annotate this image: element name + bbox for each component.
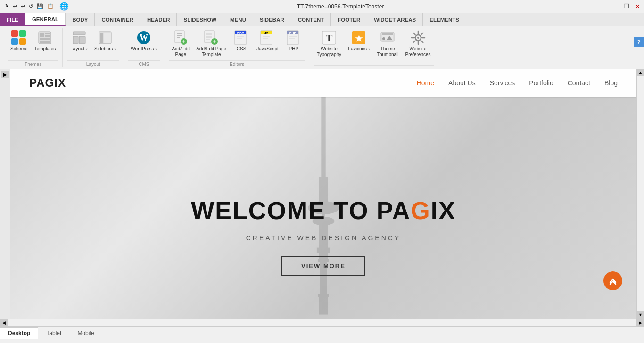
website-typography-button[interactable]: T WebsiteTypography — [314, 28, 344, 59]
tab-menu[interactable]: MENU — [223, 13, 253, 26]
svg-text:+: + — [182, 38, 186, 45]
minimize-button[interactable]: — — [612, 3, 618, 10]
tab-widget-areas[interactable]: WIDGET AREAS — [367, 13, 423, 26]
favicons-button[interactable]: ★ Favicons ▾ — [345, 28, 373, 54]
cms-group-label: CMS — [128, 60, 160, 67]
theme-thumbnail-label: ThemeThumbnail — [377, 46, 399, 57]
tab-header[interactable]: HEADER — [140, 13, 177, 26]
help-button[interactable]: ? — [634, 37, 644, 47]
hscroll-track[interactable] — [8, 319, 636, 326]
tab-body[interactable]: BODY — [66, 13, 95, 26]
svg-rect-11 — [104, 33, 111, 43]
nav-services[interactable]: Services — [490, 79, 515, 87]
css-label: CSS — [237, 46, 247, 52]
close-button[interactable]: ✕ — [635, 3, 640, 10]
scroll-track[interactable] — [637, 76, 644, 311]
tab-footer[interactable]: FOOTER — [331, 13, 367, 26]
sidebars-icon — [98, 30, 113, 45]
panel-toggle-button[interactable]: ▶ — [1, 71, 9, 78]
svg-rect-22 — [206, 36, 212, 38]
templates-icon — [37, 30, 52, 45]
tab-tablet[interactable]: Tablet — [38, 327, 69, 339]
toolbar-undo[interactable]: ↩ — [12, 3, 18, 9]
favicons-icon: ★ — [351, 30, 366, 45]
tab-slideshow[interactable]: SLIDESHOW — [177, 13, 223, 26]
svg-text:PHP: PHP — [289, 32, 297, 35]
svg-point-51 — [417, 37, 419, 39]
website-preferences-button[interactable]: WebsitePreferences — [403, 28, 434, 59]
javascript-icon: JS — [260, 30, 275, 45]
website-typography-label: WebsiteTypography — [317, 46, 341, 57]
scroll-left-arrow[interactable]: ◀ — [0, 319, 8, 327]
hero-content: WELCOME TO PAGIX CREATIVE WEB DESIGN AGE… — [191, 196, 456, 276]
nav-portfolio[interactable]: Portfolio — [529, 79, 553, 87]
titlebar-left: 🖱 ↩ ↩ ↺ 💾 📋 🌐 — [4, 2, 69, 11]
ribbon-group-cms: W WordPress ▾ CMS — [124, 28, 164, 67]
toolbar-redo[interactable]: ↺ — [28, 3, 34, 9]
tab-elements[interactable]: ELEMENTS — [423, 13, 466, 26]
css-button[interactable]: CSS CSS — [230, 28, 253, 54]
add-edit-page-label: Add/EditPage — [172, 46, 190, 57]
hero-title-accent: G — [411, 197, 430, 224]
nav-contact[interactable]: Contact — [568, 79, 590, 87]
hero-title-prefix: WELCOME TO PA — [191, 197, 411, 224]
sidebars-button[interactable]: Sidebars ▾ — [91, 28, 119, 54]
ribbon: FILE GENERAL BODY CONTAINER HEADER SLIDE… — [0, 13, 644, 69]
nav-blog[interactable]: Blog — [604, 79, 618, 87]
scheme-label: Scheme — [10, 46, 28, 52]
tab-sidebar[interactable]: SIDEBAR — [253, 13, 291, 26]
canvas-area: PAGIX Home About Us Services Portfolio C… — [10, 69, 636, 318]
ribbon-group-layout: Layout ▾ Sidebars ▾ Layout — [64, 28, 123, 67]
wordpress-button[interactable]: W WordPress ▾ — [128, 28, 160, 54]
theme-thumbnail-button[interactable]: ThemeThumbnail — [374, 28, 402, 59]
svg-text:T: T — [326, 32, 333, 44]
svg-line-58 — [421, 33, 423, 35]
php-button[interactable]: PHP PHP — [282, 28, 305, 54]
php-label: PHP — [289, 46, 299, 52]
layout-group-label: Layout — [67, 60, 119, 67]
php-icon: PHP — [286, 30, 301, 45]
svg-rect-8 — [79, 36, 85, 44]
main-area: ▶ PAGIX Home About Us Services Portfolio… — [0, 69, 644, 318]
svg-text:JS: JS — [264, 32, 269, 35]
toolbar-save[interactable]: 💾 — [36, 3, 44, 9]
wordpress-label: WordPress ▾ — [131, 46, 157, 52]
nav-about[interactable]: About Us — [448, 79, 476, 87]
tab-general[interactable]: GENERAL — [25, 13, 66, 26]
tab-desktop[interactable]: Desktop — [0, 327, 38, 339]
left-panel: ▶ — [0, 69, 10, 318]
view-more-button[interactable]: VIEW MORE — [281, 256, 365, 276]
hero-title-suffix: IX — [431, 197, 456, 224]
tab-container[interactable]: CONTAINER — [95, 13, 140, 26]
ribbon-group-editors-items: + Add/EditPage + — [169, 28, 305, 59]
scheme-button[interactable]: Scheme — [8, 28, 31, 54]
ribbon-group-editors: + Add/EditPage + — [165, 28, 309, 67]
ribbon-group-themes-items: Scheme Templates — [8, 28, 58, 59]
layout-button[interactable]: Layout ▾ — [67, 28, 91, 54]
restore-button[interactable]: ❐ — [624, 3, 629, 10]
layout-icon — [72, 30, 87, 45]
svg-rect-23 — [206, 39, 210, 40]
nav-home[interactable]: Home — [417, 79, 434, 87]
toolbar-undo2[interactable]: ↩ — [20, 3, 26, 9]
tab-file[interactable]: FILE — [0, 13, 25, 26]
add-edit-page-template-button[interactable]: + Add/Edit PageTemplate — [193, 28, 229, 59]
svg-rect-6 — [73, 32, 85, 35]
scroll-up-button[interactable] — [603, 271, 622, 290]
ribbon-group-layout-items: Layout ▾ Sidebars ▾ — [67, 28, 119, 59]
ribbon-group-cms-items: W WordPress ▾ — [128, 28, 160, 59]
add-edit-page-template-icon: + — [204, 30, 219, 45]
svg-rect-2 — [45, 33, 50, 34]
tab-content[interactable]: CONTENT — [291, 13, 331, 26]
javascript-button[interactable]: JS JavaScript — [254, 28, 281, 54]
tab-mobile[interactable]: Mobile — [69, 327, 102, 339]
scroll-up-arrow[interactable]: ▲ — [637, 69, 644, 76]
bottom-bar: Desktop Tablet Mobile — [0, 326, 644, 339]
toolbar-extra[interactable]: 📋 — [46, 3, 55, 9]
add-edit-page-template-label: Add/Edit PageTemplate — [196, 46, 226, 57]
scroll-right-arrow[interactable]: ▶ — [636, 319, 644, 327]
hero-title: WELCOME TO PAGIX — [191, 196, 456, 225]
scroll-down-arrow[interactable]: ▼ — [637, 311, 644, 318]
templates-button[interactable]: Templates — [32, 28, 59, 54]
add-edit-page-button[interactable]: + Add/EditPage — [169, 28, 192, 59]
